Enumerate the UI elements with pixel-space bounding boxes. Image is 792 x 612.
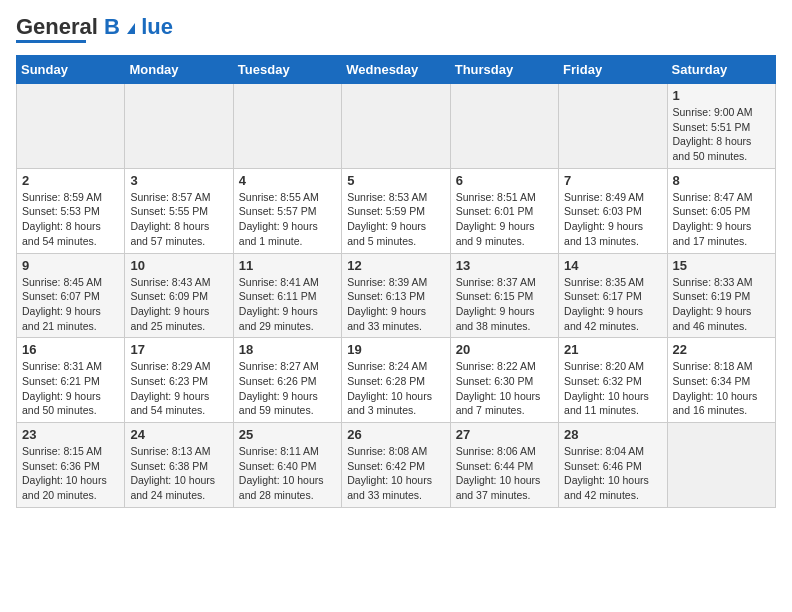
calendar-cell: 16Sunrise: 8:31 AM Sunset: 6:21 PM Dayli… <box>17 338 125 423</box>
calendar-header-thursday: Thursday <box>450 56 558 84</box>
day-info: Sunrise: 8:18 AM Sunset: 6:34 PM Dayligh… <box>673 359 770 418</box>
day-number: 4 <box>239 173 336 188</box>
day-info: Sunrise: 8:55 AM Sunset: 5:57 PM Dayligh… <box>239 190 336 249</box>
day-number: 20 <box>456 342 553 357</box>
day-info: Sunrise: 8:37 AM Sunset: 6:15 PM Dayligh… <box>456 275 553 334</box>
day-info: Sunrise: 8:04 AM Sunset: 6:46 PM Dayligh… <box>564 444 661 503</box>
calendar-cell: 17Sunrise: 8:29 AM Sunset: 6:23 PM Dayli… <box>125 338 233 423</box>
calendar-cell: 27Sunrise: 8:06 AM Sunset: 6:44 PM Dayli… <box>450 423 558 508</box>
calendar-week-row: 2Sunrise: 8:59 AM Sunset: 5:53 PM Daylig… <box>17 168 776 253</box>
day-info: Sunrise: 8:15 AM Sunset: 6:36 PM Dayligh… <box>22 444 119 503</box>
day-number: 9 <box>22 258 119 273</box>
calendar-cell: 11Sunrise: 8:41 AM Sunset: 6:11 PM Dayli… <box>233 253 341 338</box>
day-number: 15 <box>673 258 770 273</box>
day-number: 16 <box>22 342 119 357</box>
day-number: 12 <box>347 258 444 273</box>
calendar-cell: 13Sunrise: 8:37 AM Sunset: 6:15 PM Dayli… <box>450 253 558 338</box>
day-info: Sunrise: 8:06 AM Sunset: 6:44 PM Dayligh… <box>456 444 553 503</box>
calendar-week-row: 23Sunrise: 8:15 AM Sunset: 6:36 PM Dayli… <box>17 423 776 508</box>
calendar-week-row: 1Sunrise: 9:00 AM Sunset: 5:51 PM Daylig… <box>17 84 776 169</box>
calendar-cell <box>667 423 775 508</box>
day-number: 24 <box>130 427 227 442</box>
day-number: 23 <box>22 427 119 442</box>
logo-underline <box>16 40 86 43</box>
calendar-cell: 25Sunrise: 8:11 AM Sunset: 6:40 PM Dayli… <box>233 423 341 508</box>
day-info: Sunrise: 8:13 AM Sunset: 6:38 PM Dayligh… <box>130 444 227 503</box>
day-info: Sunrise: 8:43 AM Sunset: 6:09 PM Dayligh… <box>130 275 227 334</box>
calendar-cell: 1Sunrise: 9:00 AM Sunset: 5:51 PM Daylig… <box>667 84 775 169</box>
day-info: Sunrise: 8:59 AM Sunset: 5:53 PM Dayligh… <box>22 190 119 249</box>
calendar-header-monday: Monday <box>125 56 233 84</box>
calendar-cell: 18Sunrise: 8:27 AM Sunset: 6:26 PM Dayli… <box>233 338 341 423</box>
calendar-cell: 7Sunrise: 8:49 AM Sunset: 6:03 PM Daylig… <box>559 168 667 253</box>
calendar-cell: 4Sunrise: 8:55 AM Sunset: 5:57 PM Daylig… <box>233 168 341 253</box>
day-number: 3 <box>130 173 227 188</box>
day-info: Sunrise: 8:29 AM Sunset: 6:23 PM Dayligh… <box>130 359 227 418</box>
day-number: 21 <box>564 342 661 357</box>
day-info: Sunrise: 8:39 AM Sunset: 6:13 PM Dayligh… <box>347 275 444 334</box>
day-info: Sunrise: 8:45 AM Sunset: 6:07 PM Dayligh… <box>22 275 119 334</box>
calendar-cell: 14Sunrise: 8:35 AM Sunset: 6:17 PM Dayli… <box>559 253 667 338</box>
calendar-cell: 19Sunrise: 8:24 AM Sunset: 6:28 PM Dayli… <box>342 338 450 423</box>
day-number: 17 <box>130 342 227 357</box>
calendar-cell <box>559 84 667 169</box>
calendar-cell: 10Sunrise: 8:43 AM Sunset: 6:09 PM Dayli… <box>125 253 233 338</box>
day-info: Sunrise: 8:53 AM Sunset: 5:59 PM Dayligh… <box>347 190 444 249</box>
calendar-header-saturday: Saturday <box>667 56 775 84</box>
day-info: Sunrise: 8:27 AM Sunset: 6:26 PM Dayligh… <box>239 359 336 418</box>
calendar-cell: 26Sunrise: 8:08 AM Sunset: 6:42 PM Dayli… <box>342 423 450 508</box>
calendar-cell: 15Sunrise: 8:33 AM Sunset: 6:19 PM Dayli… <box>667 253 775 338</box>
calendar-cell: 28Sunrise: 8:04 AM Sunset: 6:46 PM Dayli… <box>559 423 667 508</box>
day-number: 2 <box>22 173 119 188</box>
day-number: 7 <box>564 173 661 188</box>
day-info: Sunrise: 8:11 AM Sunset: 6:40 PM Dayligh… <box>239 444 336 503</box>
calendar-week-row: 16Sunrise: 8:31 AM Sunset: 6:21 PM Dayli… <box>17 338 776 423</box>
calendar-header-friday: Friday <box>559 56 667 84</box>
calendar-cell <box>125 84 233 169</box>
calendar-cell <box>17 84 125 169</box>
day-info: Sunrise: 8:24 AM Sunset: 6:28 PM Dayligh… <box>347 359 444 418</box>
day-number: 26 <box>347 427 444 442</box>
calendar-cell: 24Sunrise: 8:13 AM Sunset: 6:38 PM Dayli… <box>125 423 233 508</box>
calendar-cell: 8Sunrise: 8:47 AM Sunset: 6:05 PM Daylig… <box>667 168 775 253</box>
calendar-header-sunday: Sunday <box>17 56 125 84</box>
day-info: Sunrise: 8:20 AM Sunset: 6:32 PM Dayligh… <box>564 359 661 418</box>
day-info: Sunrise: 8:57 AM Sunset: 5:55 PM Dayligh… <box>130 190 227 249</box>
calendar-cell: 12Sunrise: 8:39 AM Sunset: 6:13 PM Dayli… <box>342 253 450 338</box>
calendar-header-row: SundayMondayTuesdayWednesdayThursdayFrid… <box>17 56 776 84</box>
day-info: Sunrise: 8:33 AM Sunset: 6:19 PM Dayligh… <box>673 275 770 334</box>
day-number: 5 <box>347 173 444 188</box>
page-header: General B lue <box>16 16 776 43</box>
day-info: Sunrise: 8:31 AM Sunset: 6:21 PM Dayligh… <box>22 359 119 418</box>
day-number: 11 <box>239 258 336 273</box>
day-number: 6 <box>456 173 553 188</box>
day-number: 10 <box>130 258 227 273</box>
day-number: 19 <box>347 342 444 357</box>
day-number: 8 <box>673 173 770 188</box>
day-number: 28 <box>564 427 661 442</box>
day-info: Sunrise: 9:00 AM Sunset: 5:51 PM Dayligh… <box>673 105 770 164</box>
calendar-cell: 9Sunrise: 8:45 AM Sunset: 6:07 PM Daylig… <box>17 253 125 338</box>
day-number: 13 <box>456 258 553 273</box>
calendar-cell: 2Sunrise: 8:59 AM Sunset: 5:53 PM Daylig… <box>17 168 125 253</box>
calendar-cell: 6Sunrise: 8:51 AM Sunset: 6:01 PM Daylig… <box>450 168 558 253</box>
calendar-cell <box>342 84 450 169</box>
calendar-cell <box>233 84 341 169</box>
calendar-cell: 5Sunrise: 8:53 AM Sunset: 5:59 PM Daylig… <box>342 168 450 253</box>
day-number: 27 <box>456 427 553 442</box>
calendar-table: SundayMondayTuesdayWednesdayThursdayFrid… <box>16 55 776 508</box>
calendar-cell: 20Sunrise: 8:22 AM Sunset: 6:30 PM Dayli… <box>450 338 558 423</box>
day-info: Sunrise: 8:41 AM Sunset: 6:11 PM Dayligh… <box>239 275 336 334</box>
day-info: Sunrise: 8:35 AM Sunset: 6:17 PM Dayligh… <box>564 275 661 334</box>
day-info: Sunrise: 8:49 AM Sunset: 6:03 PM Dayligh… <box>564 190 661 249</box>
calendar-week-row: 9Sunrise: 8:45 AM Sunset: 6:07 PM Daylig… <box>17 253 776 338</box>
day-number: 18 <box>239 342 336 357</box>
logo-text: General B lue <box>16 16 173 38</box>
day-number: 14 <box>564 258 661 273</box>
calendar-cell: 23Sunrise: 8:15 AM Sunset: 6:36 PM Dayli… <box>17 423 125 508</box>
calendar-header-wednesday: Wednesday <box>342 56 450 84</box>
day-number: 22 <box>673 342 770 357</box>
day-info: Sunrise: 8:51 AM Sunset: 6:01 PM Dayligh… <box>456 190 553 249</box>
calendar-cell: 21Sunrise: 8:20 AM Sunset: 6:32 PM Dayli… <box>559 338 667 423</box>
day-info: Sunrise: 8:08 AM Sunset: 6:42 PM Dayligh… <box>347 444 444 503</box>
